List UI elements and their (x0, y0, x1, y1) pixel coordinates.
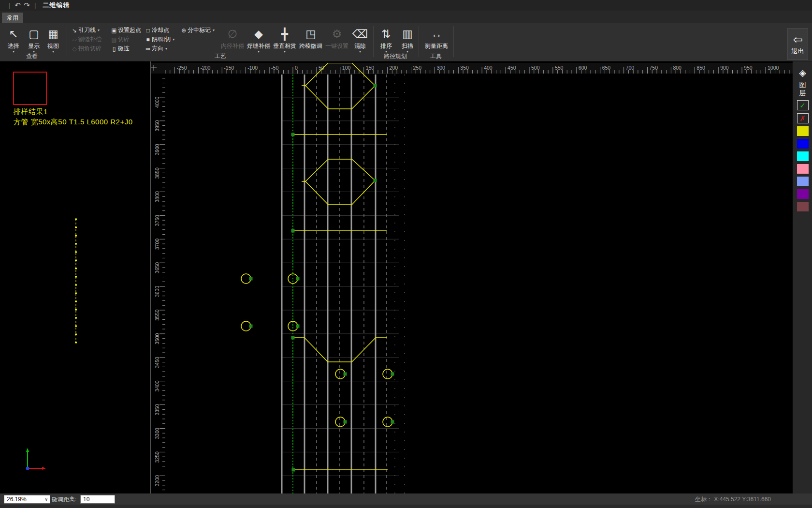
cut-start-marker[interactable] (374, 179, 377, 182)
app-window: | ↶ ↷ | 二维编辑 常用 ⇦ 退出 ↖选择▾▢显示▾▦视图▾查看∅内径补偿… (0, 0, 812, 508)
yin-yang-cut-button[interactable]: ■阴/阳切▾ (144, 35, 174, 44)
button-label: 焊缝补偿 (247, 43, 270, 49)
view-button[interactable]: ▦视图▾ (44, 25, 63, 59)
corner-chip-button: ◇拐角切碎 (71, 45, 102, 53)
layer-color-swatch-3[interactable] (797, 164, 809, 174)
layer-color-swatch-6[interactable] (797, 202, 809, 211)
preview-node (75, 276, 77, 278)
preview-node (75, 243, 77, 245)
direction-button[interactable]: ⇒方向▾ (144, 45, 174, 53)
direction-icon: ⇒ (144, 45, 152, 52)
button-label: 分中标记 (188, 26, 211, 34)
svg-text:-250: -250 (177, 65, 187, 71)
tube-unfold-lines (282, 75, 405, 493)
svg-text:3450: 3450 (154, 357, 160, 368)
cut-start-marker[interactable] (344, 373, 347, 376)
micro-joint-button[interactable]: ▯微连 (110, 45, 141, 53)
preview-node (75, 284, 77, 286)
cut-start-marker[interactable] (391, 373, 394, 376)
ribbon-group-separator (453, 26, 454, 57)
exit-icon: ⇦ (793, 32, 802, 47)
button-label: 内径补偿 (221, 43, 244, 49)
cut-start-marker[interactable] (249, 277, 253, 281)
clear-button[interactable]: ⌫清除▾ (350, 25, 370, 59)
ribbon-group-label: 工艺 (215, 52, 226, 60)
chevron-down-icon: ▾ (52, 49, 54, 54)
cad-canvas[interactable]: -250-200-150-100-50050100150200250300350… (151, 63, 793, 493)
ribbon-group-separator (67, 26, 67, 57)
cut-start-marker[interactable] (374, 84, 377, 88)
svg-text:850: 850 (696, 65, 705, 71)
svg-text:3900: 3900 (154, 144, 160, 155)
select-button[interactable]: ↖选择▾ (4, 25, 23, 59)
layer-color-swatches (797, 123, 809, 211)
layer-visible-button[interactable]: ✓ (797, 100, 809, 110)
weld-compensation-button[interactable]: ◆焊缝补偿▾ (246, 25, 271, 59)
axis-origin-dot (26, 467, 29, 470)
horizontal-ruler: -250-200-150-100-50050100150200250300350… (151, 63, 793, 74)
svg-text:3750: 3750 (154, 215, 160, 226)
svg-text:3850: 3850 (154, 167, 160, 179)
button-label: 拐角切碎 (78, 45, 102, 53)
part-cut-paths[interactable] (241, 63, 394, 472)
cut-start-marker[interactable] (291, 229, 295, 233)
cut-start-marker[interactable] (296, 325, 300, 328)
cut-start-marker[interactable] (391, 420, 394, 424)
svg-text:3250: 3250 (154, 451, 160, 463)
hexagon-cutout-1[interactable] (305, 159, 375, 205)
button-label: 微连 (118, 45, 130, 53)
layer-color-swatch-4[interactable] (797, 177, 809, 186)
layer-color-swatch-5[interactable] (797, 189, 809, 199)
svg-text:950: 950 (744, 65, 753, 71)
exit-button[interactable]: ⇦ 退出 (787, 28, 808, 60)
layer-color-swatch-0[interactable] (797, 126, 809, 136)
svg-text:450: 450 (508, 65, 516, 71)
cut-start-marker[interactable] (344, 420, 347, 424)
svg-text:750: 750 (650, 65, 658, 71)
edge-fine-tune-button[interactable]: ◳跨棱微调 (298, 25, 323, 59)
chevron-down-icon: ∨ (44, 495, 48, 503)
svg-text:300: 300 (436, 65, 445, 71)
cut-start-marker[interactable] (296, 277, 300, 281)
svg-text:1000: 1000 (768, 65, 779, 71)
button-label: 测量距离 (425, 43, 448, 49)
button-label: 引刀线 (78, 26, 96, 34)
select-icon: ↖ (9, 25, 18, 43)
ribbon-small-button-column: ↘引刀线▾▱割缝补偿◇拐角切碎 (71, 26, 102, 53)
undo-icon[interactable]: ↶ (13, 1, 22, 10)
button-label: 方向 (152, 45, 163, 53)
redo-icon[interactable]: ↷ (22, 1, 31, 10)
button-label: 视图 (47, 43, 59, 49)
preview-node (75, 293, 77, 294)
cut-start-marker[interactable] (292, 468, 295, 472)
tab-common[interactable]: 常用 (2, 13, 23, 23)
center-mark-button[interactable]: ⊕分中标记▾ (180, 26, 215, 34)
ribbon-group-separator (419, 26, 419, 57)
preview-node (75, 334, 77, 335)
chevron-down-icon: ▾ (13, 49, 14, 54)
cut-start-marker[interactable] (291, 133, 295, 136)
clear-icon: ⌫ (352, 25, 368, 43)
nudge-distance-input[interactable]: 10 (80, 495, 115, 504)
lead-line-button[interactable]: ↘引刀线▾ (71, 26, 102, 34)
layer-color-swatch-2[interactable] (797, 151, 809, 161)
ribbon-small-button-column: ▣设置起点▨切碎▯微连 (110, 26, 141, 53)
vertical-intersect-button[interactable]: ╋垂直相贯▾ (272, 25, 297, 59)
layer-hidden-button[interactable]: ✗ (797, 113, 809, 123)
zoom-level-select[interactable]: 26.19% ∨ (4, 495, 50, 504)
cooling-point-button[interactable]: □冷却点 (144, 26, 174, 34)
button-label: 垂直相贯 (273, 43, 296, 49)
lead-line-icon: ↘ (71, 27, 78, 34)
button-label: 选择 (8, 43, 19, 49)
cut-start-marker[interactable] (249, 325, 253, 328)
preview-node (75, 227, 77, 228)
layers-icon[interactable]: ◈ (799, 68, 806, 78)
view-icon: ▦ (48, 25, 58, 43)
weld-compensation-icon: ◆ (254, 25, 263, 43)
one-key-setup-button: ⚙一键设置 (324, 25, 349, 59)
chevron-down-icon: ▾ (98, 28, 100, 32)
svg-text:3300: 3300 (154, 428, 160, 439)
layer-color-swatch-1[interactable] (797, 139, 809, 149)
set-start-point-button[interactable]: ▣设置起点 (110, 26, 141, 34)
cut-start-marker[interactable] (291, 336, 295, 340)
